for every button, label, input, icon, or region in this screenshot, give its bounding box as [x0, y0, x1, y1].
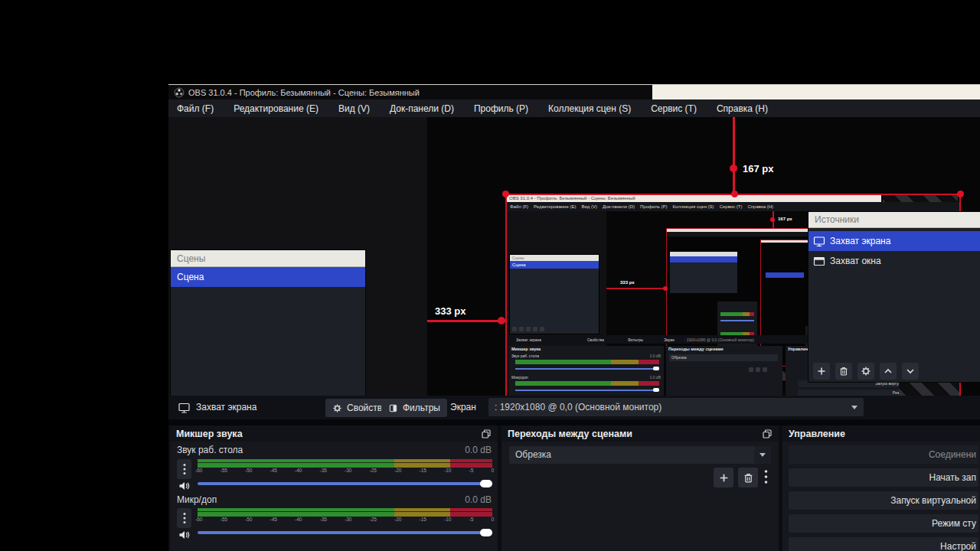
recursive-menu-item: Файл (F) — [510, 204, 528, 209]
sources-dock-title: Источники — [815, 214, 859, 225]
preview-area[interactable]: OBS 31.0.4 - Профиль: Безымянный - Сцены… — [168, 117, 980, 396]
spacing-helper-line-top — [733, 117, 735, 194]
add-source-button[interactable] — [813, 363, 830, 380]
db-scale: -60-55-50-45-40-35-30-25-20-15-10-50 — [195, 517, 494, 522]
mixer-dock-header[interactable]: Микшер звука — [170, 425, 498, 442]
gear-icon — [332, 403, 342, 413]
recursive-ui-block — [670, 262, 737, 293]
recursive-menu-item: Профиль (P) — [640, 204, 668, 209]
recursive-label: Захват экрана — [516, 337, 541, 342]
selection-handle[interactable] — [957, 191, 964, 197]
menu-tools[interactable]: Сервис (T) — [651, 103, 697, 114]
popout-dock-icon[interactable] — [481, 429, 492, 439]
scene-list-item[interactable]: Сцена — [171, 267, 365, 287]
menu-help[interactable]: Справка (H) — [717, 103, 768, 114]
source-name: Захват экрана — [830, 236, 890, 246]
screen: OBS 31.0.4 - Профиль: Безымянный - Сцены… — [0, 0, 980, 551]
menu-file[interactable]: Файл (F) — [177, 103, 214, 114]
recursive-scenes-dock: Сцены Сцена — [509, 254, 599, 334]
recursive-label: Фильтры — [628, 337, 643, 342]
recursive-menu-item: Док-панели (D) — [603, 204, 635, 209]
menu-docks[interactable]: Док-панели (D) — [390, 103, 454, 114]
selection-handle[interactable] — [502, 191, 509, 197]
streaming-button[interactable]: Соединени — [789, 445, 978, 464]
screen-select-dropdown[interactable]: : 1920x1080 @ 0,0 (Основной монитор) — [488, 398, 864, 416]
volume-meter — [198, 459, 492, 468]
menu-profile[interactable]: Профиль (P) — [474, 103, 528, 114]
db-tick-label: -25 — [370, 468, 377, 473]
recursive-ui-block — [766, 272, 804, 278]
scenes-dock: Сцены Сцена — [170, 249, 366, 396]
source-list-item[interactable]: Захват окна — [808, 251, 980, 271]
sources-dock: Источники Захват экрана Захват окна — [808, 211, 980, 383]
volume-meter — [198, 508, 492, 517]
volume-slider-handle[interactable] — [480, 480, 492, 487]
recursive-menu-item: Вид (V) — [581, 204, 597, 209]
controls-dock-header[interactable]: Управление — [782, 425, 980, 442]
db-tick-label: -10 — [444, 517, 451, 522]
recursive-meter — [515, 381, 659, 386]
speaker-icon[interactable] — [177, 527, 191, 542]
scene-name: Сцена — [175, 272, 204, 282]
recursive-label: 0.0 dB — [650, 354, 661, 358]
recursive-icon — [526, 327, 531, 331]
transitions-dock-header[interactable]: Переходы между сценами — [501, 425, 779, 442]
speaker-icon[interactable] — [177, 478, 191, 493]
recursive-label: 0.0 dB — [650, 375, 661, 380]
start-recording-button[interactable]: Начать зап — [789, 468, 978, 487]
recursive-slider-handle — [653, 367, 659, 370]
db-tick-label: 0 — [491, 517, 494, 522]
recursive-menu-item: Редактирование (E) — [534, 204, 576, 209]
source-list-item[interactable]: Захват экрана — [808, 231, 980, 251]
volume-slider-handle[interactable] — [480, 529, 492, 536]
move-source-up-button[interactable] — [880, 363, 897, 380]
menu-edit[interactable]: Редактирование (E) — [234, 103, 318, 114]
channel-menu-button[interactable] — [177, 508, 191, 528]
db-tick-label: -15 — [420, 517, 426, 522]
recursive-label: Режим сту — [798, 390, 913, 396]
recursive-scene-row: Сцена — [510, 261, 599, 269]
channel-menu-button[interactable] — [177, 459, 191, 479]
scenes-dock-header[interactable]: Сцены — [171, 250, 365, 267]
popout-dock-icon[interactable] — [762, 429, 773, 439]
db-tick-label: -60 — [195, 517, 202, 522]
add-transition-button[interactable] — [714, 468, 733, 487]
remove-transition-button[interactable] — [738, 468, 758, 487]
recursive-mixer-header: Микшер звука — [509, 346, 664, 352]
filters-button[interactable]: Фильтры — [381, 399, 447, 417]
source-properties-button[interactable] — [858, 363, 874, 380]
menu-scene-collection[interactable]: Коллекция сцен (S) — [548, 103, 631, 114]
db-tick-label: -10 — [444, 468, 451, 473]
recursive-slider-handle — [653, 388, 659, 392]
recursive-label: Экран — [664, 337, 675, 342]
menu-view[interactable]: Вид (V) — [338, 103, 370, 114]
recursive-meter — [515, 360, 659, 364]
titlebar[interactable]: OBS 31.0.4 - Профиль: Безымянный - Сцены… — [168, 84, 980, 99]
transition-menu-button[interactable] — [764, 469, 768, 484]
recursive-menu-item: Справка (H) — [748, 204, 774, 209]
mixer-channel-name: Микр/доп — [177, 494, 217, 505]
recursive-menu-item: Сервис (T) — [720, 204, 743, 209]
recursive-icon — [540, 327, 544, 331]
sources-dock-header[interactable]: Источники — [808, 212, 980, 228]
transition-select-dropdown[interactable]: Обрезка — [509, 446, 771, 464]
recursive-mixer-dock: Микшер звука Звук раб. стола 0.0 dB Микр… — [509, 346, 664, 396]
settings-button[interactable]: Настрой — [789, 537, 978, 551]
filter-icon — [388, 403, 398, 413]
db-tick-label: -20 — [394, 517, 401, 522]
studio-mode-button[interactable]: Режим сту — [789, 514, 978, 533]
volume-slider[interactable] — [198, 531, 492, 534]
move-source-down-button[interactable] — [902, 363, 919, 380]
db-tick-label: -55 — [220, 468, 227, 473]
virtual-camera-button[interactable]: Запуск виртуальной — [789, 491, 978, 510]
db-tick-label: -40 — [295, 468, 302, 473]
volume-slider[interactable] — [198, 482, 492, 485]
spacing-helper-dot — [498, 317, 505, 324]
db-tick-label: -20 — [394, 468, 401, 473]
transitions-dock-title: Переходы между сценами — [508, 429, 762, 439]
recursive-slider — [515, 390, 659, 391]
selected-source-toolbar: Захват экрана Свойства Фильтры Экран : 1… — [168, 396, 980, 419]
recursive-label: Свойства — [587, 337, 604, 342]
remove-source-button[interactable] — [835, 363, 852, 380]
scenes-dock-title: Сцены — [177, 253, 205, 264]
